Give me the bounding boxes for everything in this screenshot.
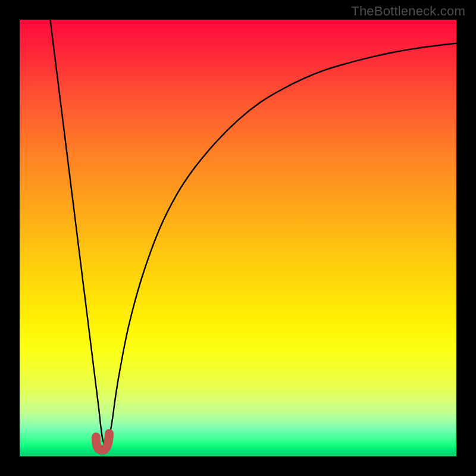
chart-svg [20,20,456,456]
bottleneck-curve [50,20,456,445]
plot-area [20,20,456,456]
chart-frame: TheBottleneck.com [0,0,476,476]
watermark-text: TheBottleneck.com [351,4,465,19]
